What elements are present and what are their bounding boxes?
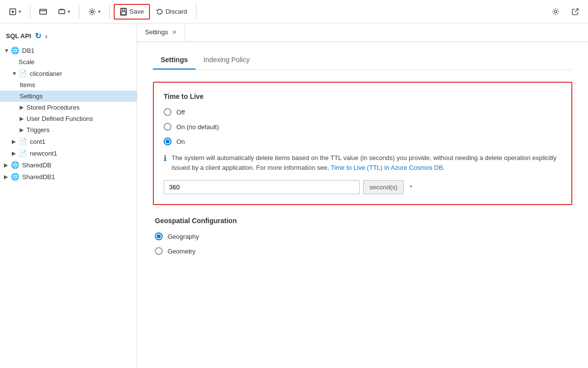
discard-icon [156,8,164,16]
sub-tab-settings-label: Settings [161,56,188,64]
svg-rect-7 [122,8,125,10]
tree-item-items[interactable]: Items [0,79,137,91]
ttl-radio-group: Off On (no default) On [164,108,562,145]
scale-label: Scale [19,58,35,66]
items-label: Items [20,81,35,89]
settings-label: Settings [20,92,43,100]
geo-title: Geospatial Configuration [155,217,570,225]
ttl-on-no-default-option[interactable]: On (no default) [164,123,562,131]
open-button[interactable] [34,5,52,19]
svg-rect-3 [40,9,47,14]
new-button[interactable]: ▾ [4,5,26,19]
tree-item-triggers[interactable]: ▶ Triggers [0,124,137,136]
ttl-info-link[interactable]: Time to Live (TTL) in Azure Cosmos DB. [331,164,445,171]
external-link-button[interactable] [566,5,584,19]
refresh-button[interactable]: ↻ [35,31,41,41]
sidebar: SQL API ↻ ‹ ▼ 🌐 DB1 Scale ▼ 📄 clicontian… [0,23,137,368]
toolbar-right [547,5,584,19]
settings-button[interactable]: ▾ [83,5,105,19]
tree-item-shareddb1[interactable]: ▶ 🌐 SharedDB1 [0,171,137,183]
ttl-on-label: On [176,138,185,145]
tree-item-udf[interactable]: ▶ User Defined Functions [0,113,137,124]
tab-settings[interactable]: Settings ✕ [137,23,185,42]
settings-chevron: ▾ [98,9,100,14]
cont1-label: cont1 [30,138,46,145]
sub-tab-indexing-label: Indexing Policy [203,56,249,64]
tabs-bar: Settings ✕ [137,23,588,42]
ttl-info-box: ℹ The system will automatically delete i… [164,153,562,172]
svg-line-10 [575,9,578,12]
tree-item-shareddb[interactable]: ▶ 🌐 SharedDB [0,159,137,171]
geo-geography-radio-dot [157,234,161,238]
geo-geometry-option[interactable]: Geometry [155,247,570,255]
db1-chevron-icon: ▼ [4,47,11,53]
shareddb1-icon: 🌐 [11,173,19,181]
geo-geometry-radio[interactable] [155,247,163,255]
shareddb-label: SharedDB [22,161,51,169]
sub-tab-indexing[interactable]: Indexing Policy [196,52,257,69]
tree-item-clicontianer[interactable]: ▼ 📄 clicontianer [0,68,137,79]
tree-item-storedproc[interactable]: ▶ Stored Procedures [0,102,137,113]
ttl-input-row: second(s) * [164,180,562,194]
ttl-on-no-default-radio[interactable] [164,123,172,131]
new-icon [9,8,17,16]
ttl-on-option[interactable]: On [164,138,562,145]
tree-item-db1[interactable]: ▼ 🌐 DB1 [0,45,137,56]
ttl-on-no-default-label: On (no default) [176,123,219,131]
tree-item-cont1[interactable]: ▶ 📄 cont1 [0,136,137,147]
open-container-button[interactable]: ▾ [53,5,75,19]
save-label: Save [129,8,144,15]
global-settings-icon [552,8,560,16]
tab-close-button[interactable]: ✕ [172,29,177,36]
shareddb1-chevron-icon: ▶ [4,174,11,180]
svg-point-5 [91,10,94,13]
tree-item-scale[interactable]: Scale [0,56,137,68]
open-icon [39,8,47,16]
svg-point-9 [555,10,557,13]
svg-rect-4 [59,10,65,14]
ttl-value-input[interactable] [164,180,360,194]
clicontianer-chevron-icon: ▼ [12,70,19,76]
content-area: Settings ✕ Settings Indexing Policy Time… [137,23,588,368]
cont1-icon: 📄 [19,138,27,145]
settings-icon [88,8,96,16]
shareddb-icon: 🌐 [11,161,19,169]
tab-settings-label: Settings [145,28,168,36]
settings-panel: Settings Indexing Policy Time to Live Of… [137,42,588,368]
tree-item-settings[interactable]: Settings [0,91,137,102]
geo-geography-radio[interactable] [155,232,163,240]
db1-label: DB1 [22,47,34,54]
geo-geography-option[interactable]: Geography [155,232,570,240]
storedproc-chevron-icon: ▶ [20,104,26,111]
geo-geography-label: Geography [168,233,199,240]
toolbar-open-group: ▾ [34,5,79,19]
udf-label: User Defined Functions [26,115,93,122]
ttl-off-label: Off [176,109,185,116]
ttl-info-text: The system will automatically delete ite… [172,153,562,172]
newcont1-icon: 📄 [19,149,27,157]
ttl-off-radio[interactable] [164,108,172,116]
sub-tab-settings[interactable]: Settings [153,52,196,69]
newcont1-label: newcont1 [30,150,57,157]
collapse-button[interactable]: ‹ [45,32,48,40]
geo-section: Geospatial Configuration Geography Geome… [153,217,572,255]
ttl-section: Time to Live Off On (no default) [153,82,572,205]
toolbar-settings-group: ▾ [83,5,110,19]
info-icon: ℹ [164,154,167,172]
ttl-off-option[interactable]: Off [164,108,562,116]
geo-radio-group: Geography Geometry [155,232,570,255]
svg-rect-8 [121,12,126,15]
ttl-on-radio[interactable] [164,138,172,145]
sidebar-header: SQL API ↻ ‹ [0,27,137,45]
save-button[interactable]: Save [114,4,150,20]
ttl-on-radio-dot [166,139,170,143]
db1-icon: 🌐 [11,46,19,54]
discard-label: Discard [166,8,187,15]
udf-chevron-icon: ▶ [20,115,26,122]
ttl-required-star: * [410,184,412,191]
tree-item-newcont1[interactable]: ▶ 📄 newcont1 [0,147,137,159]
discard-button[interactable]: Discard [151,5,192,19]
toolbar-new-group: ▾ [4,5,30,19]
global-settings-button[interactable] [547,5,564,19]
cont1-chevron-icon: ▶ [12,138,19,145]
